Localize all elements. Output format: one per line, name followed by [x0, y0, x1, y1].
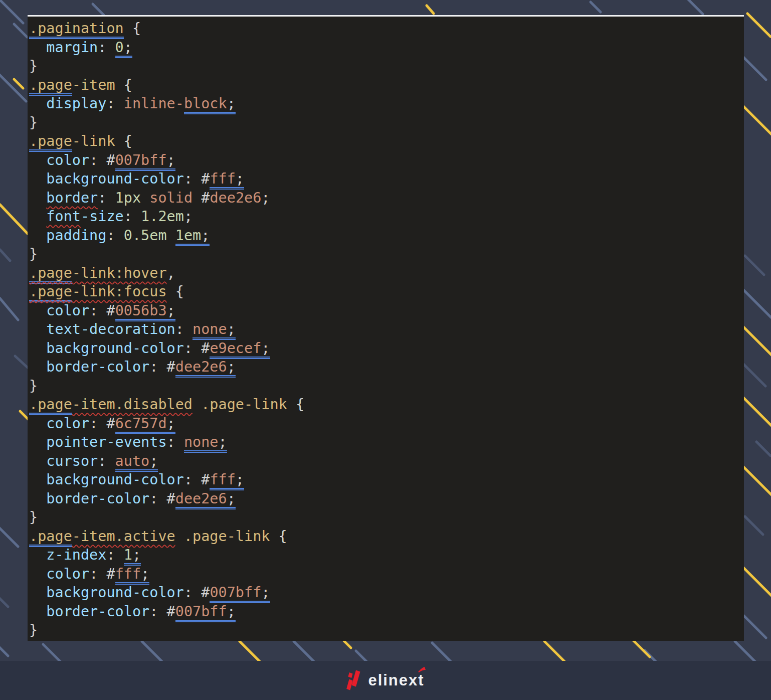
- code-line: color: #fff;: [29, 565, 744, 584]
- code-line: background-color: #007bff;: [29, 583, 744, 602]
- code-line: }: [29, 377, 744, 396]
- code-token: [29, 170, 46, 187]
- code-token: .page-link: [192, 396, 287, 413]
- code-token: :: [167, 434, 184, 450]
- code-line: .page-item.active .page-link {: [29, 527, 744, 546]
- code-token: [29, 321, 46, 337]
- code-token: color: [46, 415, 89, 432]
- code-token: ;: [227, 603, 236, 622]
- code-line: background-color: #e9ecef;: [29, 339, 744, 358]
- code-token: dee2e6: [175, 359, 227, 378]
- code-token: ;: [261, 584, 270, 603]
- code-token: padding: [46, 227, 106, 244]
- code-token: [29, 302, 46, 319]
- code-token: none: [192, 321, 227, 340]
- code-token: .page: [29, 396, 72, 415]
- code-token: background-color: [46, 340, 184, 357]
- code-token: #: [167, 490, 175, 507]
- code-token: display: [46, 95, 106, 112]
- code-token: :: [184, 170, 201, 187]
- code-token: -link: [72, 133, 115, 149]
- code-token: [29, 415, 46, 432]
- code-token: .page: [29, 133, 72, 152]
- elinext-logo-text: elinext: [368, 671, 424, 689]
- code-token: [29, 603, 46, 620]
- code-token: background-color: [46, 170, 184, 187]
- code-token: #: [201, 340, 210, 357]
- code-token: ;: [149, 453, 158, 472]
- code-token: [29, 453, 46, 469]
- code-token: {: [115, 133, 132, 149]
- code-token: background-color: [46, 584, 184, 601]
- code-token: ;: [184, 208, 192, 225]
- code-token: #: [167, 359, 175, 375]
- code-token: }: [29, 58, 38, 74]
- code-token: }: [29, 622, 38, 638]
- elinext-logo-icon: [346, 670, 361, 691]
- code-line: cursor: auto;: [29, 452, 744, 471]
- code-line: .page-link:focus {: [29, 282, 744, 301]
- code-token: [29, 471, 46, 488]
- code-token: [29, 547, 46, 563]
- code-line: border: 1px solid #dee2e6;: [29, 189, 744, 208]
- code-line: pointer-events: none;: [29, 433, 744, 452]
- code-token: border-color: [46, 603, 149, 620]
- code-token: color: [46, 566, 89, 582]
- code-token: [29, 340, 46, 357]
- code-token: [29, 434, 46, 450]
- code-line: }: [29, 245, 744, 264]
- code-token: none: [184, 434, 219, 453]
- code-line: }: [29, 57, 744, 76]
- code-line: font-size: 1.2em;: [29, 207, 744, 226]
- code-token: :: [89, 566, 106, 582]
- code-token: :: [149, 359, 166, 375]
- code-token: [141, 190, 149, 206]
- code-line: .pagination {: [29, 19, 744, 38]
- code-token: #: [201, 584, 210, 601]
- code-token: ;: [236, 471, 244, 490]
- code-token: {: [115, 77, 132, 93]
- code-token: z-index: [46, 547, 106, 563]
- code-token: #: [201, 190, 210, 206]
- code-token: :: [149, 603, 166, 620]
- code-line: color: #6c757d;: [29, 414, 744, 433]
- code-token: ;: [236, 170, 244, 190]
- code-token: [29, 190, 46, 206]
- code-token: [29, 359, 46, 375]
- code-token: #: [106, 415, 115, 432]
- code-token: ;: [167, 152, 175, 171]
- code-token: ;: [261, 340, 270, 359]
- code-line: color: #0056b3;: [29, 301, 744, 320]
- code-token: background-color: [46, 471, 184, 488]
- elinext-logo: elinext: [0, 661, 771, 700]
- code-token: ;: [124, 39, 132, 58]
- code-token: .page-link: [175, 528, 270, 545]
- code-token: ;: [227, 490, 236, 509]
- code-token: ;: [201, 227, 210, 246]
- code-token: auto: [115, 453, 150, 472]
- code-token: 0.5em: [124, 227, 167, 244]
- code-token: dee2e6: [210, 190, 261, 206]
- code-line: display: inline-block;: [29, 94, 744, 113]
- code-token: -item.disabled: [72, 396, 192, 413]
- code-line: .page-item {: [29, 76, 744, 95]
- code-block: .pagination { margin: 0;}.page-item { di…: [28, 17, 744, 640]
- code-line: border-color: #007bff;: [29, 602, 744, 621]
- code-token: [192, 190, 201, 206]
- code-line: border-color: #dee2e6;: [29, 489, 744, 508]
- page-background: .pagination { margin: 0;}.page-item { di…: [0, 0, 771, 700]
- code-token: :: [89, 152, 106, 168]
- code-token: color: [46, 152, 89, 168]
- code-token: -link:hover: [72, 265, 167, 281]
- code-token: pointer-events: [46, 434, 166, 450]
- code-token: block: [184, 95, 227, 114]
- code-token: ;: [132, 547, 141, 566]
- code-token: solid: [149, 190, 192, 206]
- code-token: [29, 227, 46, 244]
- code-token: }: [29, 378, 38, 394]
- code-line: .page-link {: [29, 132, 744, 151]
- code-token: fff: [115, 566, 141, 585]
- code-token: :: [89, 415, 106, 432]
- code-token: ;: [261, 190, 270, 206]
- code-token: :: [106, 95, 123, 112]
